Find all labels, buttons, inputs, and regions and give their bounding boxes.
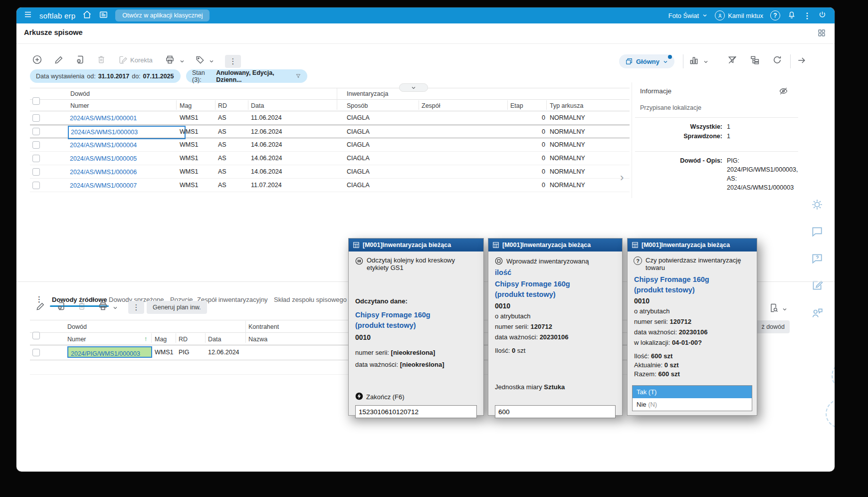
details-button[interactable] xyxy=(75,54,86,67)
classic-app-icon[interactable] xyxy=(99,10,108,21)
more-options-icon[interactable]: ⋮ xyxy=(803,11,811,20)
open-classic-app-button[interactable]: Otwórz w aplikacji klasycznej xyxy=(115,9,210,21)
bottom-col-rd[interactable]: RD xyxy=(179,336,188,343)
col-mag[interactable]: Mag xyxy=(180,102,192,109)
korekta-icon[interactable] xyxy=(118,55,128,67)
chat-icon[interactable] xyxy=(811,225,824,240)
option-no[interactable]: Nie (N) xyxy=(633,398,752,411)
help-chat-icon[interactable] xyxy=(811,252,824,267)
bottom-details-button[interactable] xyxy=(56,301,67,313)
col-rd[interactable]: RD xyxy=(218,102,227,109)
numer-link[interactable]: 2024/AS/WMS1/000007 xyxy=(70,182,137,189)
view-selector-glowny[interactable]: Główny xyxy=(619,54,674,68)
filter-chip-stan[interactable]: Stan (3): Anulowany, Edycja, Dzienn... xyxy=(186,69,307,83)
delete-button[interactable] xyxy=(96,54,106,66)
home-icon[interactable] xyxy=(82,10,92,21)
row-checkbox[interactable] xyxy=(32,155,40,162)
row-checkbox[interactable] xyxy=(32,114,40,122)
bottom-delete-button[interactable] xyxy=(77,301,87,313)
option-yes[interactable]: Tak (T) xyxy=(633,386,752,398)
bottom-print-chevron-icon[interactable] xyxy=(112,304,118,313)
tab-zespol-inwentaryzacyjny[interactable]: Zespół inwentaryzacyjny xyxy=(197,296,268,303)
print-button[interactable] xyxy=(165,54,175,67)
table-row[interactable]: 2024/AS/WMS1/000001 WMS1 AS 11.06.2024 C… xyxy=(30,111,630,125)
bottom-col-nazwa[interactable]: Nazwa xyxy=(248,336,267,343)
tab-sklad-zespolu[interactable]: Skład zespołu spisowego xyxy=(274,296,347,303)
chart-chevron-icon[interactable] xyxy=(703,58,709,67)
main-group-inwentaryzacja: Inwentaryzacja xyxy=(347,90,388,97)
quantity-input[interactable] xyxy=(495,405,616,418)
table-row[interactable]: 2024/AS/WMS1/000004 WMS1 AS 14.06.2024 C… xyxy=(30,138,630,152)
numer-cell-highlighted[interactable]: 2024/PIG/WMS1/000003 xyxy=(67,346,152,358)
col-numer[interactable]: Numer xyxy=(70,102,89,109)
finish-label[interactable]: Zakończ (F6) xyxy=(366,393,405,401)
sort-asc-icon[interactable]: ↑ xyxy=(144,335,148,342)
doc-search-chevron-icon[interactable] xyxy=(782,305,788,314)
numer-link[interactable]: 2024/AS/WMS1/000003 xyxy=(71,129,138,136)
dialog-titlebar[interactable]: [M001]Inwentaryzacja bieżąca xyxy=(349,239,483,251)
assistant-icon[interactable] xyxy=(811,198,824,213)
table-row[interactable]: 2024/AS/WMS1/000006 WMS1 AS 14.06.2024 C… xyxy=(30,165,630,179)
bottom-select-all-checkbox[interactable] xyxy=(32,332,40,339)
cell-rd: AS xyxy=(218,168,226,175)
select-all-checkbox[interactable] xyxy=(32,97,40,105)
eye-off-icon[interactable] xyxy=(779,86,788,98)
bottom-more-button[interactable]: ⋮ xyxy=(128,301,144,314)
chart-button[interactable] xyxy=(689,55,699,67)
bottom-print-button[interactable] xyxy=(98,301,108,313)
hamburger-menu-icon[interactable] xyxy=(23,10,32,21)
bottom-col-data[interactable]: Data xyxy=(208,336,221,343)
scroll-right-chevron[interactable]: › xyxy=(620,171,624,184)
toolbar-more-button[interactable]: ⋮ xyxy=(225,55,241,68)
doc-search-icon[interactable] xyxy=(769,303,779,315)
cell-sposob: CIAGLA xyxy=(347,168,370,175)
row-checkbox[interactable] xyxy=(32,141,40,149)
table-row-selected[interactable]: 2024/AS/WMS1/000003 WMS1 AS 12.06.2024 C… xyxy=(30,125,630,138)
col-data[interactable]: Data xyxy=(251,102,264,109)
col-etap[interactable]: Etap xyxy=(510,102,523,109)
row-checkbox[interactable] xyxy=(32,128,40,135)
unit-label: Jednostka miary xyxy=(495,383,542,391)
row-checkbox[interactable] xyxy=(32,182,40,189)
dialog-titlebar[interactable]: [M001]Inwentaryzacja bieżąca xyxy=(628,239,757,251)
col-zespol[interactable]: Zespół xyxy=(422,102,440,109)
user-menu[interactable]: Kamil mktux xyxy=(715,10,763,20)
row-checkbox[interactable] xyxy=(32,168,40,176)
tag-button[interactable] xyxy=(195,55,205,67)
row-checkbox[interactable] xyxy=(32,349,40,356)
expand-panel-arrow-icon[interactable] xyxy=(797,55,807,67)
generate-plan-button[interactable]: Generuj plan inw. xyxy=(147,301,207,314)
apps-grid-icon[interactable] xyxy=(817,28,826,39)
numer-link[interactable]: 2024/AS/WMS1/000001 xyxy=(70,115,137,122)
filter-chip-date[interactable]: Data wystawienia od: 31.10.2017 do: 07.1… xyxy=(30,69,181,83)
clear-filter-button[interactable] xyxy=(727,55,737,67)
dialog-titlebar[interactable]: [M001]Inwentaryzacja bieżąca xyxy=(488,239,622,251)
bottom-col-numer[interactable]: Numer xyxy=(67,336,86,343)
company-selector[interactable]: Foto Świat xyxy=(668,12,708,19)
add-button[interactable] xyxy=(32,54,42,67)
edit-button[interactable] xyxy=(54,55,64,67)
bottom-col-mag[interactable]: Mag xyxy=(155,336,167,343)
col-typ[interactable]: Typ arkusza xyxy=(550,102,583,109)
numer-link[interactable]: 2024/AS/WMS1/000004 xyxy=(70,142,137,149)
support-person-icon[interactable] xyxy=(811,307,824,322)
bottom-edit-button[interactable] xyxy=(35,301,45,313)
notifications-bell-icon[interactable] xyxy=(787,10,796,21)
collapse-table-pill[interactable] xyxy=(399,83,428,92)
all-label: Wszystkie: xyxy=(635,123,722,130)
refresh-button[interactable] xyxy=(772,55,782,67)
numer-link[interactable]: 2024/AS/WMS1/000006 xyxy=(70,169,137,176)
barcode-input[interactable] xyxy=(355,405,477,418)
power-icon[interactable] xyxy=(818,10,827,21)
option-no-key: (N) xyxy=(648,401,657,408)
print-chevron-icon[interactable] xyxy=(179,57,185,66)
numer-link[interactable]: 2024/PIG/WMS1/000003 xyxy=(71,350,140,357)
help-icon[interactable]: ? xyxy=(770,10,780,20)
hierarchy-button[interactable] xyxy=(750,55,760,67)
table-row[interactable]: 2024/AS/WMS1/000005 WMS1 AS 14.06.2024 C… xyxy=(30,152,630,165)
numer-link[interactable]: 2024/AS/WMS1/000005 xyxy=(70,155,137,162)
table-row[interactable]: 2024/AS/WMS1/000007 WMS1 AS 11.07.2024 C… xyxy=(30,179,630,192)
tag-chevron-icon[interactable] xyxy=(209,57,215,66)
col-sposob[interactable]: Sposób xyxy=(347,102,368,109)
product-name2: (produkt testowy) xyxy=(634,286,695,294)
